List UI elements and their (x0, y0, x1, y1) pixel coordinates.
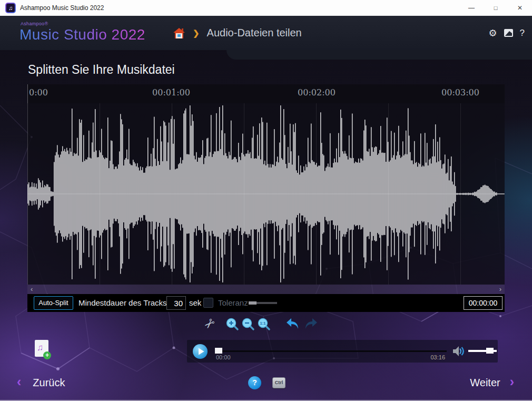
ruler-origin-tick (27, 84, 28, 103)
header-actions: ⚙ ? (488, 16, 525, 50)
title-bar: ♫ Ashampoo Music Studio 2022 — □ ✕ (0, 0, 532, 16)
scroll-left-arrow-icon[interactable]: ‹ (27, 285, 36, 294)
header-help-icon[interactable]: ? (520, 28, 525, 38)
ruler-label: 0:00 (29, 87, 48, 97)
time-ruler[interactable]: 0:00 00:01:00 00:02:00 00:03:00 (27, 84, 505, 103)
next-chevron-icon: › (510, 375, 514, 390)
ruler-label: 00:03:00 (441, 87, 479, 97)
elapsed-time: 00:00 (216, 354, 231, 360)
app-logo-icon: ♫ (5, 3, 16, 13)
svg-text:1:1: 1:1 (260, 321, 266, 326)
app-window: ♫ Ashampoo Music Studio 2022 — □ ✕ Asham… (0, 0, 532, 401)
zoom-controls: 1:1 (225, 317, 271, 331)
tolerance-label: Toleranz (218, 294, 248, 312)
header-curve-decoration (226, 50, 532, 60)
waveform-display[interactable] (27, 103, 505, 285)
breadcrumb-chevron-icon: ❯ (193, 28, 200, 38)
progress-handle[interactable] (215, 348, 222, 354)
next-label: Weiter (470, 377, 500, 389)
progress-track[interactable] (216, 350, 447, 352)
minimize-button[interactable]: — (459, 0, 484, 16)
volume-handle[interactable] (486, 348, 494, 354)
zoom-out-icon[interactable] (241, 317, 255, 331)
home-icon[interactable] (173, 27, 185, 39)
settings-gear-icon[interactable]: ⚙ (488, 27, 497, 39)
unit-label: sek (189, 294, 201, 312)
autosplit-bar: Auto-Split Mindestdauer des Tracks sek T… (27, 294, 505, 312)
zoom-reset-1-1-icon[interactable]: 1:1 (257, 317, 271, 331)
ctrl-key-icon[interactable]: Ctrl (272, 377, 285, 388)
music-note-icon: ♫ (37, 343, 44, 353)
total-time: 03:16 (430, 354, 445, 360)
brand-name-small: Ashampoo® (21, 21, 48, 26)
page-title: Splitten Sie Ihre Musikdatei (28, 63, 175, 77)
back-chevron-icon: ‹ (17, 375, 21, 390)
header: Ashampoo® Music Studio 2022 ❯ Audio-Date… (0, 16, 532, 50)
redo-icon[interactable] (304, 317, 319, 331)
nav-next-button[interactable]: Weiter › (470, 372, 514, 393)
play-triangle-icon (193, 344, 208, 359)
breadcrumb-current: Audio-Dateien teilen (207, 27, 302, 39)
play-button[interactable] (193, 344, 208, 359)
breadcrumb: ❯ Audio-Dateien teilen (173, 16, 302, 50)
tolerance-checkbox[interactable] (203, 298, 213, 308)
edit-toolbar: ✂ 1:1 (204, 315, 319, 333)
split-time-display[interactable]: 00:00:00 (464, 296, 503, 310)
tolerance-slider-handle[interactable] (249, 301, 257, 305)
tolerance-slider-track[interactable] (256, 302, 277, 304)
auto-split-button[interactable]: Auto-Split (34, 296, 73, 310)
cut-scissors-icon[interactable]: ✂ (201, 315, 219, 333)
close-button[interactable]: ✕ (508, 0, 532, 16)
zoom-in-icon[interactable] (225, 317, 240, 331)
undo-icon[interactable] (285, 317, 300, 331)
scroll-right-arrow-icon[interactable]: › (496, 285, 505, 294)
plus-badge-icon: + (43, 351, 51, 359)
add-music-file-icon[interactable]: ♫ + (35, 340, 54, 362)
ruler-label: 00:01:00 (152, 87, 190, 97)
ruler-label: 00:02:00 (298, 87, 336, 97)
player-bar: 00:00 03:16 (187, 340, 498, 363)
back-label: Zurück (33, 377, 65, 389)
maximize-button[interactable]: □ (484, 0, 508, 16)
speaker-icon[interactable] (452, 345, 466, 357)
theme-icon[interactable] (504, 29, 513, 37)
waveform-canvas[interactable] (27, 103, 505, 285)
brand-name-large: Music Studio 2022 (19, 26, 145, 43)
min-duration-label: Mindestdauer des Tracks (78, 294, 167, 312)
nav-back-button[interactable]: ‹ Zurück (17, 372, 65, 393)
waveform-scrollbar[interactable]: ‹ › (27, 285, 505, 294)
window-title: Ashampoo Music Studio 2022 (20, 0, 104, 16)
waveform-module: 0:00 00:01:00 00:02:00 00:03:00 ‹ › Auto… (27, 84, 505, 312)
min-duration-input[interactable] (166, 296, 186, 310)
help-button[interactable]: ? (248, 376, 261, 389)
tolerance-slider[interactable] (249, 301, 277, 305)
music-note-glyph: ♫ (6, 4, 15, 12)
